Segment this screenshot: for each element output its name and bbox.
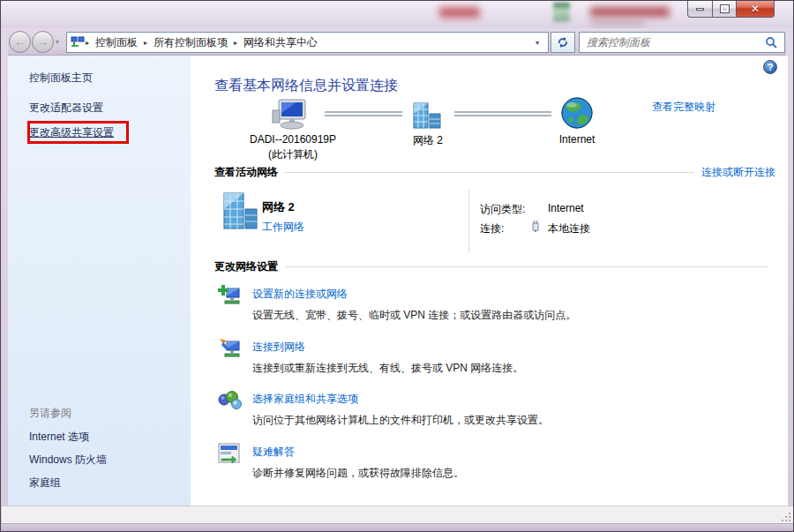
background-blur-green-icon xyxy=(553,3,570,22)
troubleshoot-link[interactable]: 疑难解答 xyxy=(252,445,295,460)
map-connector-line xyxy=(454,111,551,116)
sidebar-item-control-panel-home[interactable]: 控制面板主页 xyxy=(29,71,93,86)
back-button[interactable]: ← xyxy=(9,31,31,53)
sidebar: 控制面板主页 更改适配器设置 更改高级共享设置 另请参阅 Internet 选项… xyxy=(8,56,191,506)
breadcrumb-control-panel[interactable]: 控制面板 xyxy=(90,35,143,50)
refresh-icon xyxy=(557,36,569,49)
minimize-icon xyxy=(696,8,704,11)
connect-disconnect-link[interactable]: 连接或断开连接 xyxy=(701,165,775,180)
help-button[interactable]: ? xyxy=(763,60,777,74)
choose-homegroup-link[interactable]: 选择家庭组和共享选项 xyxy=(252,392,358,407)
close-button[interactable]: ✕ xyxy=(737,1,775,18)
resize-grip[interactable] xyxy=(781,512,791,522)
background-blur-red xyxy=(439,7,480,18)
connections-label: 连接: xyxy=(480,221,504,236)
breadcrumb-network-sharing-center[interactable]: 网络和共享中心 xyxy=(238,35,323,50)
status-bar xyxy=(2,506,794,525)
search-input[interactable] xyxy=(587,36,765,49)
background-blur-red-text xyxy=(590,7,670,17)
address-bar[interactable]: ▸ 控制面板 ▸ 所有控制面板项 ▸ 网络和共享中心 ▾ xyxy=(66,32,549,53)
search-box[interactable] xyxy=(579,32,785,53)
back-icon: ← xyxy=(14,35,26,49)
network-location-icon xyxy=(71,36,85,49)
page-title: 查看基本网络信息并设置连接 xyxy=(214,77,398,95)
computer-sublabel: (此计算机) xyxy=(240,147,346,162)
network-type-link[interactable]: 工作网络 xyxy=(262,220,304,235)
forward-icon: → xyxy=(37,35,49,49)
maximize-button[interactable] xyxy=(713,1,737,18)
local-connection-link[interactable]: 本地连接 xyxy=(548,221,590,236)
sidebar-item-internet-options[interactable]: Internet 选项 xyxy=(29,430,89,445)
search-icon[interactable] xyxy=(765,36,777,49)
map-connector-line xyxy=(325,111,402,116)
refresh-button[interactable] xyxy=(551,32,575,53)
active-networks-header-row: 查看活动网络 连接或断开连接 xyxy=(214,165,775,180)
see-full-map-link[interactable]: 查看完整映射 xyxy=(652,100,715,115)
annotation-highlight-box xyxy=(27,121,129,144)
network-settings-header: 更改网络设置 xyxy=(214,259,278,274)
title-bar[interactable]: ✕ xyxy=(1,1,793,28)
close-icon: ✕ xyxy=(751,4,760,14)
connect-to-network-link[interactable]: 连接到网络 xyxy=(252,340,305,355)
connect-to-network-desc: 连接到或重新连接到无线、有线、拨号或 VPN 网络连接。 xyxy=(252,361,523,376)
main-panel: ? 查看基本网络信息并设置连接 DADI--20160919P (此计算机) xyxy=(191,56,788,506)
map-network-label: 网络 2 xyxy=(393,133,463,148)
homegroup-icon xyxy=(218,389,243,412)
background-blur-pink-text xyxy=(590,19,645,26)
setup-new-connection-link[interactable]: 设置新的连接或网络 xyxy=(252,287,348,302)
divider-line xyxy=(285,172,694,173)
window-border-bottom xyxy=(1,523,793,531)
address-dropdown-icon[interactable]: ▾ xyxy=(530,39,544,47)
maximize-icon xyxy=(721,5,729,12)
recent-pages-dropdown[interactable]: ▾ xyxy=(56,38,59,46)
choose-homegroup-desc: 访问位于其他网络计算机上的文件和打印机，或更改共享设置。 xyxy=(252,413,549,428)
breadcrumb-all-items[interactable]: 所有控制面板项 xyxy=(148,35,233,50)
window-controls: ✕ xyxy=(687,1,775,18)
active-network-name: 网络 2 xyxy=(262,199,295,215)
map-internet-label: Internet xyxy=(542,133,612,146)
troubleshoot-icon xyxy=(218,442,241,465)
new-connection-icon xyxy=(218,284,243,307)
explorer-window: ✕ ← → ▾ ▸ 控制面板 ▸ 所有控制面板项 ▸ 网络和共享中心 ▾ xyxy=(0,0,794,532)
active-networks-header: 查看活动网络 xyxy=(214,165,278,180)
this-computer-icon[interactable] xyxy=(270,98,316,133)
access-type-label: 访问类型: xyxy=(480,202,525,217)
divider-line xyxy=(285,266,768,267)
see-also-header: 另请参阅 xyxy=(29,406,71,421)
computer-name-label: DADI--20160919P xyxy=(240,133,346,146)
client-area: 控制面板主页 更改适配器设置 更改高级共享设置 另请参阅 Internet 选项… xyxy=(8,56,788,506)
internet-globe-icon[interactable] xyxy=(560,96,594,130)
sidebar-item-change-adapter-settings[interactable]: 更改适配器设置 xyxy=(29,101,103,116)
sidebar-item-homegroup[interactable]: 家庭组 xyxy=(29,476,61,491)
setup-new-connection-desc: 设置无线、宽带、拨号、临时或 VPN 连接；或设置路由器或访问点。 xyxy=(252,308,576,323)
active-network-icon xyxy=(219,190,259,234)
troubleshoot-desc: 诊断并修复网络问题，或获得故障排除信息。 xyxy=(252,466,464,481)
divider-line xyxy=(468,190,469,253)
ethernet-icon xyxy=(531,220,540,232)
connect-to-network-icon xyxy=(218,337,243,360)
forward-button[interactable]: → xyxy=(32,31,54,53)
minimize-button[interactable] xyxy=(687,1,713,18)
navigation-bar: ← → ▾ ▸ 控制面板 ▸ 所有控制面板项 ▸ 网络和共享中心 ▾ xyxy=(2,28,794,56)
network-settings-header-row: 更改网络设置 xyxy=(214,259,775,274)
sidebar-item-windows-firewall[interactable]: Windows 防火墙 xyxy=(29,453,107,468)
help-icon: ? xyxy=(768,62,774,72)
network-icon[interactable] xyxy=(408,101,447,131)
access-type-value: Internet xyxy=(548,202,584,214)
window-border-left xyxy=(1,28,8,523)
